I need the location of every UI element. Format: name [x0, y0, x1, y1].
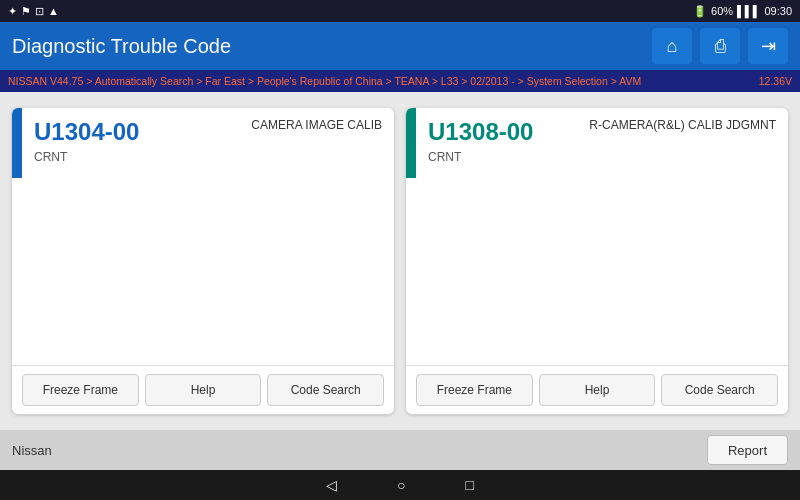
nav-back-icon[interactable] — [326, 477, 337, 493]
bottom-bar: Nissan Report — [0, 430, 800, 470]
breadcrumb-text: NISSAN V44.75 > Automatically Search > F… — [8, 75, 641, 87]
wifi-icon: ▲ — [48, 5, 59, 17]
main-content: U1304-00 CAMERA IMAGE CALIB CRNT Freeze … — [0, 92, 800, 430]
freeze-frame-button-2[interactable]: Freeze Frame — [416, 374, 533, 406]
header: Diagnostic Trouble Code ⌂ ⎙ ⇥ — [0, 22, 800, 70]
dtc-status-2: CRNT — [428, 150, 776, 164]
dtc-description-1: CAMERA IMAGE CALIB — [251, 118, 382, 132]
help-button-2[interactable]: Help — [539, 374, 656, 406]
header-actions: ⌂ ⎙ ⇥ — [652, 28, 788, 64]
dtc-status-1: CRNT — [34, 150, 382, 164]
nav-recent-icon[interactable] — [466, 477, 474, 493]
card-2-body — [406, 178, 788, 365]
page-title: Diagnostic Trouble Code — [12, 35, 231, 58]
signal-icon: ▌▌▌ — [737, 5, 760, 17]
card-1-title-row: U1304-00 CAMERA IMAGE CALIB — [34, 118, 382, 146]
time-display: 09:30 — [764, 5, 792, 17]
nav-home-icon[interactable] — [397, 477, 405, 493]
home-icon: ⌂ — [667, 36, 678, 57]
dtc-code-2: U1308-00 — [428, 118, 533, 146]
card-2-header-content: U1308-00 R-CAMERA(R&L) CALIB JDGMNT CRNT — [416, 108, 788, 178]
dtc-card-1: U1304-00 CAMERA IMAGE CALIB CRNT Freeze … — [12, 108, 394, 414]
battery-icon: 🔋 — [693, 5, 707, 18]
card-1-footer: Freeze Frame Help Code Search — [12, 365, 394, 414]
card-1-header: U1304-00 CAMERA IMAGE CALIB CRNT — [12, 108, 394, 178]
status-left-icons: ✦ ⚑ ⊡ ▲ — [8, 5, 59, 18]
card-2-footer: Freeze Frame Help Code Search — [406, 365, 788, 414]
help-button-1[interactable]: Help — [145, 374, 262, 406]
card-2-title-row: U1308-00 R-CAMERA(R&L) CALIB JDGMNT — [428, 118, 776, 146]
status-bar: ✦ ⚑ ⊡ ▲ 🔋 60% ▌▌▌ 09:30 — [0, 0, 800, 22]
dtc-description-2: R-CAMERA(R&L) CALIB JDGMNT — [589, 118, 776, 132]
breadcrumb: NISSAN V44.75 > Automatically Search > F… — [0, 70, 800, 92]
android-nav-bar — [0, 470, 800, 500]
print-button[interactable]: ⎙ — [700, 28, 740, 64]
code-search-button-2[interactable]: Code Search — [661, 374, 778, 406]
card-1-color-bar — [12, 108, 22, 178]
voltage-display: 12.36V — [759, 75, 792, 87]
notification-icon: ⚑ — [21, 5, 31, 18]
usb-icon: ⊡ — [35, 5, 44, 18]
card-2-color-bar — [406, 108, 416, 178]
card-1-body — [12, 178, 394, 365]
code-search-button-1[interactable]: Code Search — [267, 374, 384, 406]
card-2-header: U1308-00 R-CAMERA(R&L) CALIB JDGMNT CRNT — [406, 108, 788, 178]
card-1-header-content: U1304-00 CAMERA IMAGE CALIB CRNT — [22, 108, 394, 178]
home-button[interactable]: ⌂ — [652, 28, 692, 64]
exit-button[interactable]: ⇥ — [748, 28, 788, 64]
report-button[interactable]: Report — [707, 435, 788, 465]
freeze-frame-button-1[interactable]: Freeze Frame — [22, 374, 139, 406]
battery-pct: 60% — [711, 5, 733, 17]
brand-label: Nissan — [12, 443, 52, 458]
print-icon: ⎙ — [715, 36, 726, 57]
status-right: 🔋 60% ▌▌▌ 09:30 — [693, 5, 792, 18]
dtc-code-1: U1304-00 — [34, 118, 139, 146]
dtc-card-2: U1308-00 R-CAMERA(R&L) CALIB JDGMNT CRNT… — [406, 108, 788, 414]
exit-icon: ⇥ — [761, 35, 776, 57]
bluetooth-icon: ✦ — [8, 5, 17, 18]
